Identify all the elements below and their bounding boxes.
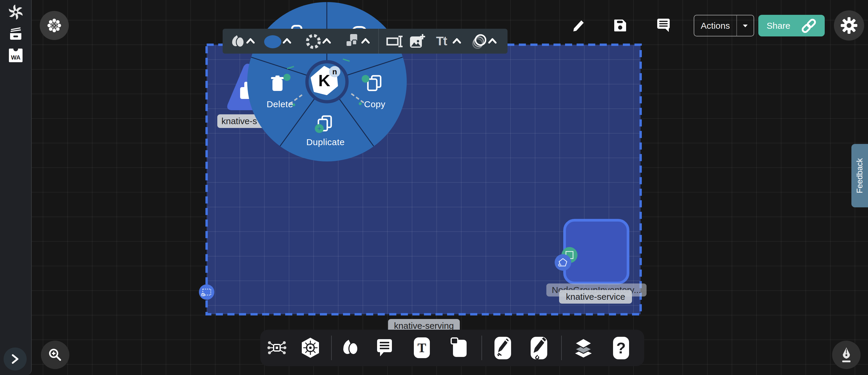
share-button-label: Share: [767, 21, 790, 31]
connector-dash: [343, 58, 350, 62]
diagram-canvas[interactable]: knative-s NodeGroupInventory... knative-…: [0, 0, 868, 375]
copy-port-dot: [362, 75, 369, 83]
zoom-in-icon: [48, 348, 62, 362]
comment-icon[interactable]: [656, 18, 671, 33]
settings-button[interactable]: [834, 10, 864, 41]
zoom-in-button[interactable]: [41, 341, 69, 369]
width-icon[interactable]: [386, 35, 403, 48]
network-tool-icon[interactable]: [268, 338, 286, 357]
knative-serving-label-text: knative-serving: [394, 321, 454, 331]
delete-port-dot: [283, 74, 290, 81]
chevron-right-icon: [11, 354, 19, 364]
chevron-up-icon[interactable]: [361, 38, 370, 44]
add-image-icon[interactable]: [409, 33, 425, 49]
connector-dash: [287, 66, 294, 69]
save-icon[interactable]: [613, 19, 627, 33]
selection-rect-icon: [201, 288, 212, 296]
format-toolbar: Tt: [223, 29, 507, 54]
knative-n-badge: n: [329, 66, 340, 77]
text-style-icon[interactable]: Tt: [436, 34, 447, 48]
color-swatch[interactable]: [264, 35, 281, 48]
chevron-up-icon[interactable]: [246, 38, 255, 44]
freehand-pencil-icon: [531, 337, 547, 359]
edit-pencil-icon[interactable]: [571, 19, 586, 33]
text-tool[interactable]: T: [414, 337, 430, 358]
app-logo-icon[interactable]: [8, 5, 23, 20]
cluster-button[interactable]: [40, 11, 69, 40]
wa-notch: [13, 46, 18, 51]
caret-down-icon: [742, 24, 748, 28]
comment-tool-icon[interactable]: [376, 338, 394, 357]
shape-style-icon[interactable]: [231, 34, 245, 49]
help-tool[interactable]: ?: [613, 337, 629, 359]
radial-item-label: Duplicate: [302, 137, 349, 147]
radial-item-delete[interactable]: Delete: [259, 73, 301, 112]
toolbar-divider: [482, 336, 482, 360]
gear-icon: [840, 17, 858, 34]
annotate-pen-tool[interactable]: [494, 337, 511, 359]
radial-item-duplicate[interactable]: + Duplicate: [302, 115, 349, 150]
actions-button[interactable]: Actions: [694, 15, 754, 36]
link-icon: [801, 19, 816, 33]
pentagon-icon: [557, 257, 569, 268]
feedback-tab[interactable]: Feedback: [851, 144, 868, 207]
knative-n-badge-text: n: [332, 67, 337, 76]
knative-service-label-text: knative-service: [566, 292, 625, 302]
chevron-up-icon[interactable]: [322, 38, 331, 44]
radial-item-copy[interactable]: Copy: [354, 73, 396, 112]
actions-dropdown[interactable]: [737, 24, 753, 28]
selection-handle[interactable]: [199, 284, 214, 300]
chevron-up-icon[interactable]: [488, 38, 497, 44]
trash-icon: [270, 75, 285, 92]
feedback-tab-label: Feedback: [855, 158, 864, 194]
left-sidebar: WA: [0, 0, 32, 375]
chevron-up-icon[interactable]: [453, 38, 461, 44]
pen-nib-icon: [840, 347, 853, 363]
expand-sidebar-button[interactable]: [4, 347, 27, 371]
text-tool-glyph: T: [417, 340, 426, 355]
arrange-icon[interactable]: [345, 33, 360, 49]
actions-button-label: Actions: [694, 21, 736, 31]
shapes-tool-icon[interactable]: [342, 338, 359, 357]
share-button[interactable]: Share: [758, 15, 825, 36]
radial-item-label: Copy: [354, 99, 396, 109]
toolbar-divider: [331, 336, 332, 360]
knative-service-label: knative-service: [559, 290, 632, 304]
card-tool-icon[interactable]: [450, 337, 468, 358]
archive-icon[interactable]: [9, 27, 23, 40]
pen-tool-button[interactable]: [832, 341, 861, 369]
annotate-pen-icon: [494, 337, 511, 359]
wa-label: WA: [11, 54, 21, 62]
toolbar-divider: [561, 336, 562, 360]
layers-tool-icon[interactable]: [573, 337, 593, 359]
copy-icon: [367, 75, 383, 92]
cluster-icon: [46, 18, 62, 33]
border-style-icon[interactable]: [305, 33, 322, 50]
webassembly-icon[interactable]: WA: [9, 48, 23, 62]
opacity-icon[interactable]: [470, 33, 488, 50]
radial-context-menu[interactable]: Delete Copy + Duplicate K n: [247, 2, 407, 162]
help-glyph: ?: [616, 339, 626, 357]
kubernetes-tool-icon[interactable]: [301, 337, 320, 359]
radial-item-label: Delete: [259, 99, 301, 109]
left-node-label-text: knative-s: [221, 116, 257, 126]
toolbar-divider: [378, 29, 379, 54]
freehand-pencil-tool[interactable]: [531, 337, 547, 359]
bottom-toolbar: T: [260, 330, 644, 366]
node-badge-knative[interactable]: [555, 254, 571, 271]
chevron-up-icon[interactable]: [283, 38, 291, 44]
duplicate-port-dot: +: [315, 124, 324, 133]
